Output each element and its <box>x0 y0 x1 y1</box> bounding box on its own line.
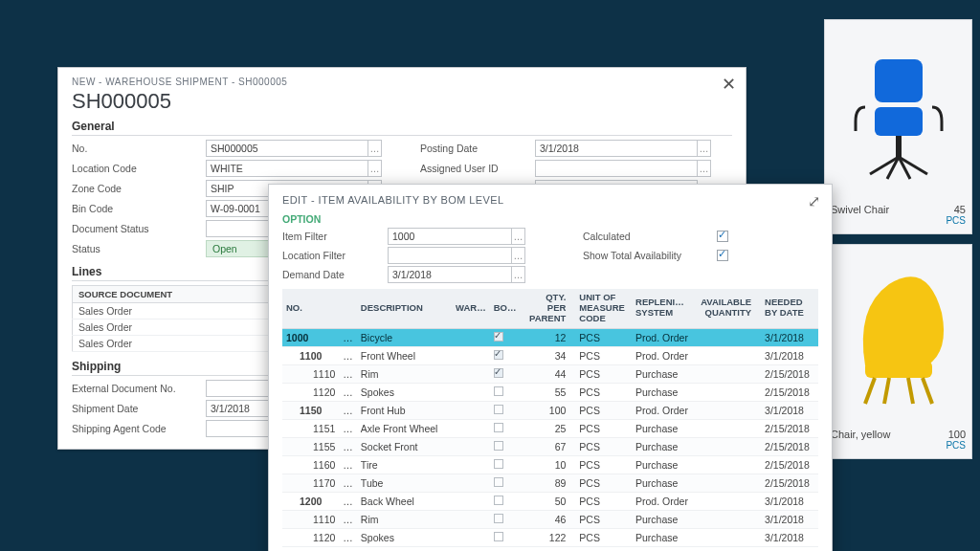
product-name: Swivel Chair <box>831 204 889 215</box>
product-image <box>831 26 966 198</box>
product-image <box>831 251 966 423</box>
table-row[interactable]: 1200 … Back Wheel 50 PCS Prod. Order 3/1… <box>282 492 818 510</box>
svg-rect-0 <box>875 59 923 102</box>
product-unit: PCS <box>831 440 966 451</box>
bo-checkbox[interactable] <box>494 477 503 487</box>
col-bo: BO… <box>490 289 522 328</box>
col-qty: QTY. PER PARENT <box>522 289 575 328</box>
label-status: Status <box>72 243 206 254</box>
table-row[interactable]: 1150 … Front Hub 100 PCS Prod. Order 3/1… <box>282 401 818 419</box>
col-avail: AVAILABLE QUANTITY <box>697 289 761 328</box>
table-row[interactable]: 1110 … Rim 44 PCS Purchase 2/15/2018 <box>282 364 818 383</box>
label-show-total: Show Total Availability <box>583 250 717 261</box>
label-demand-date: Demand Date <box>282 269 388 280</box>
location-filter-input[interactable] <box>388 247 512 264</box>
bo-checkbox[interactable] <box>494 514 503 523</box>
col-description: DESCRIPTION <box>357 289 452 328</box>
label-agent: Shipping Agent Code <box>72 423 206 434</box>
window-title: EDIT - ITEM AVAILABILITY BY BOM LEVEL <box>282 194 818 206</box>
row-menu-icon[interactable]: … <box>339 364 357 383</box>
col-replenish: REPLENI… SYSTEM <box>632 289 697 328</box>
item-filter-input[interactable] <box>388 228 512 245</box>
label-zone: Zone Code <box>72 183 206 194</box>
lookup-icon[interactable]: … <box>512 247 525 264</box>
product-name: Chair, yellow <box>831 429 890 440</box>
table-row[interactable]: 1151 … Axle Front Wheel 25 PCS Purchase … <box>282 419 818 437</box>
bo-checkbox[interactable] <box>494 459 503 469</box>
bo-checkbox[interactable] <box>494 368 503 378</box>
label-doc-status: Document Status <box>72 223 206 234</box>
bo-checkbox[interactable] <box>494 441 503 451</box>
bo-checkbox[interactable] <box>494 496 503 505</box>
row-menu-icon[interactable]: … <box>339 328 357 346</box>
svg-line-10 <box>884 378 889 404</box>
lookup-icon[interactable]: … <box>512 266 525 283</box>
bo-checkbox[interactable] <box>494 423 503 432</box>
label-no: No. <box>72 143 206 154</box>
table-row[interactable]: 1155 … Socket Front 67 PCS Purchase 2/15… <box>282 437 818 455</box>
product-qty: 100 <box>948 429 966 440</box>
option-header: OPTION <box>282 213 818 225</box>
close-icon[interactable]: ✕ <box>722 74 736 95</box>
col-needed: NEEDED BY DATE <box>761 289 818 328</box>
table-row[interactable]: 1120 … Spokes 55 PCS Purchase 2/15/2018 <box>282 383 818 401</box>
row-menu-icon[interactable]: … <box>339 419 357 437</box>
show-total-checkbox[interactable] <box>717 250 728 261</box>
row-menu-icon[interactable]: … <box>339 401 357 419</box>
svg-line-8 <box>865 378 875 404</box>
table-row[interactable]: 1000 … Bicycle 12 PCS Prod. Order 3/1/20… <box>282 328 818 346</box>
svg-line-11 <box>908 378 913 404</box>
bo-checkbox[interactable] <box>494 350 503 360</box>
posting-date-input[interactable] <box>535 140 698 157</box>
row-menu-icon[interactable]: … <box>339 510 357 528</box>
calculated-checkbox[interactable] <box>717 231 728 242</box>
table-row[interactable]: 1170 … Tube 89 PCS Purchase 2/15/2018 <box>282 474 818 492</box>
no-input[interactable] <box>206 140 368 157</box>
row-menu-icon[interactable]: … <box>339 528 357 546</box>
assigned-user-input[interactable] <box>535 160 698 177</box>
product-card[interactable]: Chair, yellow 100 PCS <box>824 244 972 459</box>
row-menu-icon[interactable]: … <box>339 437 357 455</box>
lookup-icon[interactable]: … <box>368 140 382 157</box>
lookup-icon[interactable]: … <box>512 228 525 245</box>
bom-availability-window: ⤢ EDIT - ITEM AVAILABILITY BY BOM LEVEL … <box>268 184 833 551</box>
col-no: NO. <box>282 289 339 328</box>
row-menu-icon[interactable]: … <box>339 455 357 474</box>
lookup-icon[interactable]: … <box>698 140 711 157</box>
bo-checkbox[interactable] <box>494 332 503 342</box>
row-menu-icon[interactable]: … <box>339 383 357 401</box>
bo-checkbox[interactable] <box>494 532 503 541</box>
location-input[interactable] <box>206 160 368 177</box>
row-menu-icon[interactable]: … <box>339 492 357 510</box>
bo-checkbox[interactable] <box>494 386 503 396</box>
svg-rect-1 <box>875 107 923 136</box>
bo-checkbox[interactable] <box>494 405 503 414</box>
label-location-filter: Location Filter <box>282 250 388 261</box>
label-shipdate: Shipment Date <box>72 403 206 414</box>
svg-rect-7 <box>865 361 932 378</box>
table-row[interactable]: 1160 … Tire 10 PCS Purchase 2/15/2018 <box>282 455 818 474</box>
col-war: WAR… <box>452 289 490 328</box>
table-row[interactable]: 1100 … Front Wheel 34 PCS Prod. Order 3/… <box>282 346 818 364</box>
label-location: Location Code <box>72 163 206 174</box>
label-extdoc: External Document No. <box>72 383 206 394</box>
lookup-icon[interactable]: … <box>698 160 711 177</box>
table-row[interactable]: 1120 … Spokes 122 PCS Purchase 3/1/2018 <box>282 528 818 546</box>
row-menu-icon[interactable]: … <box>339 346 357 364</box>
row-menu-icon[interactable]: … <box>339 474 357 492</box>
svg-line-9 <box>923 378 932 404</box>
bom-table: NO. DESCRIPTION WAR… BO… QTY. PER PARENT… <box>282 289 818 547</box>
label-assigned-user: Assigned User ID <box>420 163 535 174</box>
label-posting: Posting Date <box>420 143 535 154</box>
product-qty: 45 <box>954 204 966 215</box>
demand-date-input[interactable] <box>388 266 512 283</box>
product-unit: PCS <box>831 215 966 226</box>
breadcrumb: NEW - WAREHOUSE SHIPMENT - SH000005 <box>72 77 287 87</box>
label-calculated: Calculated <box>583 231 717 242</box>
lookup-icon[interactable]: … <box>368 160 382 177</box>
col-uom: UNIT OF MEASURE CODE <box>575 289 632 328</box>
table-row[interactable]: 1110 … Rim 46 PCS Purchase 3/1/2018 <box>282 510 818 528</box>
expand-icon[interactable]: ⤢ <box>808 192 820 210</box>
product-card[interactable]: Swivel Chair 45 PCS <box>824 19 972 234</box>
label-item-filter: Item Filter <box>282 231 388 242</box>
